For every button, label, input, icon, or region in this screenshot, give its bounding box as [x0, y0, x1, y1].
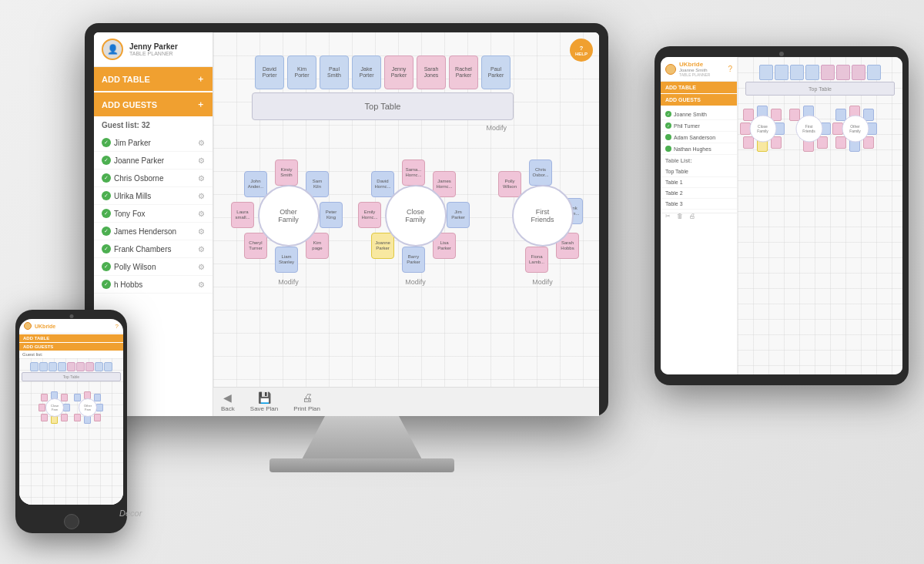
gear-icon[interactable]: ⚙ — [198, 156, 205, 165]
help-button[interactable]: ? HELP — [570, 39, 593, 62]
chair-card — [41, 394, 48, 401]
chair-card: ChrisOsbor... — [529, 159, 552, 186]
chair-card: RachelParker — [449, 55, 478, 89]
tablet-add-table-button[interactable]: ADD TABLE — [661, 82, 737, 93]
list-item[interactable]: Table 1 — [661, 177, 737, 188]
add-guests-button[interactable]: ADD GUESTS ＋ — [94, 92, 213, 116]
gear-icon[interactable]: ⚙ — [198, 263, 205, 271]
table-circle: OtherFamily — [258, 185, 320, 247]
phone-screen: UKbride ? ADD TABLE ADD GUESTS Guest lis… — [19, 319, 123, 505]
phone-add-guests-button[interactable]: ADD GUESTS — [19, 343, 123, 351]
add-table-button[interactable]: ADD TABLE ＋ — [94, 67, 213, 91]
gear-icon[interactable]: ⚙ — [198, 174, 205, 183]
tablet: UKbride Joanne Smith TABLE PLANNER ? ADD… — [654, 46, 909, 385]
chair-card: JakePorter — [352, 55, 381, 89]
table-modify-link[interactable]: Modify — [356, 278, 475, 286]
list-item[interactable]: ✓ Phil Turner — [661, 120, 737, 132]
list-item[interactable]: ✓ Tony Fox ⚙ — [94, 205, 213, 223]
chair-card — [775, 65, 788, 80]
desktop-monitor: 👤 Jenny Parker TABLE PLANNER ADD TABLE ＋ — [85, 23, 639, 501]
tablet-table-circle: CloseFamily — [749, 115, 776, 142]
chair-card — [51, 416, 58, 424]
list-item[interactable]: Top Table — [661, 166, 737, 177]
guest-name-check: ✓ Joanne Parker — [102, 156, 164, 165]
guest-name-check: ✓ Chris Osborne — [102, 173, 163, 183]
list-item[interactable]: ✓ Ulrika Mills ⚙ — [94, 187, 213, 205]
guest-name: Nathan Hughes — [674, 146, 711, 152]
top-table-modify-link[interactable]: Modify — [486, 124, 507, 132]
gear-icon[interactable]: ⚙ — [198, 210, 205, 218]
check-icon: ✓ — [102, 262, 111, 271]
phone-help-icon[interactable]: ? — [116, 323, 119, 330]
table-modify-link[interactable]: Modify — [483, 278, 599, 286]
list-item[interactable]: ✓ Polly Wilson ⚙ — [94, 258, 213, 276]
gear-icon[interactable]: ⚙ — [198, 227, 205, 236]
chair-card — [759, 65, 773, 80]
list-item[interactable]: ✓ Frank Chambers ⚙ — [94, 240, 213, 258]
phone-body: UKbride ? ADD TABLE ADD GUESTS Guest lis… — [15, 310, 127, 533]
list-item[interactable]: ✓ Joanne Parker ⚙ — [94, 152, 213, 170]
round-table-first-friends: FirstFriends PollyWilson ChrisOsbor... F… — [483, 156, 599, 310]
add-guests-plus-icon: ＋ — [196, 99, 205, 110]
list-item[interactable]: ✓ Jim Parker ⚙ — [94, 134, 213, 152]
top-table-rect: Top Table Modify — [252, 92, 514, 120]
list-item[interactable]: Nathan Hughes — [661, 143, 737, 155]
guest-name-check: ✓ Polly Wilson — [102, 262, 156, 271]
gear-icon[interactable]: ⚙ — [198, 280, 205, 289]
table-modify-link[interactable]: Modify — [229, 278, 348, 286]
back-icon: ◀ — [223, 391, 232, 404]
chair-card — [67, 362, 75, 371]
sidebar-user-info: Jenny Parker TABLE PLANNER — [129, 42, 178, 56]
guest-name: Joanne Smith — [674, 112, 707, 117]
monitor-stand — [300, 416, 424, 462]
chair-card — [94, 394, 101, 401]
top-table-chairs: DavidPorter KimPorter PaulSmith JakePort… — [255, 55, 511, 89]
gear-icon[interactable]: ⚙ — [198, 139, 205, 147]
list-item[interactable]: ✓ James Henderson ⚙ — [94, 223, 213, 240]
phone-guest-list-label: Guest list: — [19, 351, 123, 358]
toolbar-back-button[interactable]: ◀ Back — [221, 391, 235, 412]
print-plan-button[interactable]: 🖨 Print Plan — [293, 391, 320, 412]
phone-add-table-button[interactable]: ADD TABLE — [19, 334, 123, 342]
chair-card: SarahJones — [417, 55, 446, 89]
chair-card — [74, 394, 81, 401]
top-table-label: Top Table — [365, 102, 401, 111]
chair-card — [76, 362, 85, 371]
list-item[interactable]: ✓ Chris Osborne ⚙ — [94, 170, 213, 187]
chair-card — [30, 362, 38, 371]
tablet-canvas: Top Table CloseFamily — [738, 57, 902, 374]
check-icon: ✓ — [102, 173, 111, 183]
chair-card: CherylTurner — [244, 233, 267, 259]
check-icon: ✓ — [665, 111, 671, 117]
list-item[interactable]: Adam Sanderson — [661, 132, 737, 143]
gear-icon[interactable]: ⚙ — [198, 192, 205, 200]
chair-card — [790, 65, 804, 80]
add-table-plus-icon: ＋ — [196, 73, 205, 85]
scene: 👤 Jenny Parker TABLE PLANNER ADD TABLE ＋ — [0, 0, 924, 564]
decor-label: Decor — [119, 509, 142, 518]
gear-icon[interactable]: ⚙ — [198, 245, 205, 253]
list-item[interactable]: Table 3 — [661, 199, 737, 210]
tablet-add-guests-button[interactable]: ADD GUESTS — [661, 94, 737, 106]
phone-home-button[interactable] — [64, 514, 79, 529]
guest-name: h Hobbs — [114, 280, 142, 289]
main-canvas: ? HELP DavidPorter KimPorter PaulSmith J… — [213, 32, 599, 416]
check-icon: ✓ — [102, 209, 111, 218]
check-icon: ✓ — [102, 156, 111, 165]
tablet-round-table: OtherFamily — [834, 107, 876, 149]
guest-name: Ulrika Mills — [114, 192, 151, 200]
table-circle: CloseFamily — [385, 185, 447, 247]
list-item[interactable]: ✓ h Hobbs ⚙ — [94, 276, 213, 294]
add-guests-label: ADD GUESTS — [102, 100, 157, 109]
tablet-top-rect: Top Table — [745, 82, 895, 96]
chair-card — [49, 362, 57, 371]
list-item[interactable]: ✓ Joanne Smith — [661, 109, 737, 120]
guest-name: Chris Osborne — [114, 174, 163, 183]
chair-card: JimParker — [447, 202, 470, 228]
guest-name: Frank Chambers — [114, 245, 171, 253]
chair-card — [85, 362, 94, 371]
list-item[interactable]: Table 2 — [661, 188, 737, 199]
tablet-help-icon[interactable]: ? — [728, 65, 732, 73]
chair-card — [61, 414, 68, 421]
save-plan-button[interactable]: 💾 Save Plan — [250, 391, 278, 412]
